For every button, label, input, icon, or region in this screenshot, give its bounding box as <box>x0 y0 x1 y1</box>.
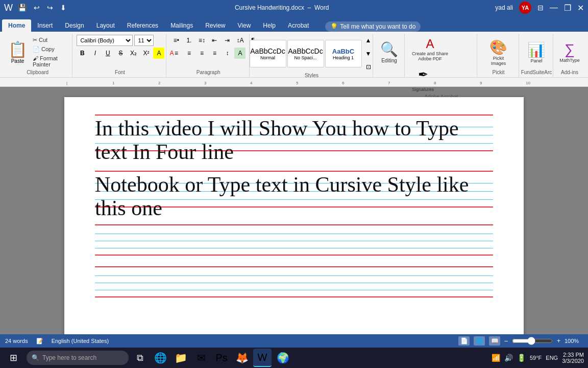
tab-review[interactable]: Review <box>199 19 231 32</box>
chrome-icon[interactable]: 🌍 <box>274 349 292 367</box>
ribbon-tabs: Home Insert Design Layout References Mai… <box>0 15 588 32</box>
align-center-button[interactable]: ≡ <box>183 48 194 59</box>
shading-button[interactable]: A <box>234 48 246 59</box>
font-size-select[interactable]: 11 <box>134 35 154 46</box>
network-icon[interactable]: 📶 <box>492 354 500 362</box>
tab-references[interactable]: References <box>121 19 164 32</box>
numbering-button[interactable]: 1. <box>183 35 194 46</box>
word-taskbar-icon[interactable]: W <box>253 349 272 367</box>
file-explorer-icon[interactable]: 📁 <box>172 349 190 367</box>
panel-button[interactable]: 📊 Panel <box>524 39 549 65</box>
font-label: Font <box>115 70 125 76</box>
align-right-button[interactable]: ≡ <box>196 48 207 59</box>
fundsuite-label: FundSuiteArc <box>521 70 552 76</box>
bold-button[interactable]: B <box>77 48 88 59</box>
empty1-blue-1 <box>95 234 493 234</box>
pickit-group-label: Pickit <box>493 70 505 76</box>
quick-undo-btn[interactable]: ↩ <box>32 3 42 13</box>
text-highlight-button[interactable]: A <box>153 48 164 59</box>
zoom-slider[interactable] <box>512 337 553 345</box>
ruler-mark-3: 3 <box>204 81 206 85</box>
tell-me-input[interactable]: 💡 Tell me what you want to do <box>325 21 421 32</box>
restore-btn[interactable]: ❐ <box>564 3 571 13</box>
tab-insert[interactable]: Insert <box>31 19 59 32</box>
edge-icon[interactable]: 🌐 <box>151 349 169 367</box>
multilevel-button[interactable]: ≡↕ <box>196 35 207 46</box>
language-selector[interactable]: ENG <box>546 355 558 361</box>
decrease-indent-button[interactable]: ⇤ <box>209 35 220 46</box>
volume-icon[interactable]: 🔊 <box>504 354 513 362</box>
create-adobe-label: Create and ShareAdobe PDF <box>412 51 448 61</box>
taskbar-right: 📶 🔊 🔋 59°F ENG 2:33 PM 3/3/2020 <box>492 352 584 364</box>
tab-layout[interactable]: Layout <box>90 19 121 32</box>
styles-scroll-down[interactable]: ▼ <box>363 48 374 59</box>
second-cursive-text[interactable]: Notebook or Type text in Cursive Style l… <box>95 169 493 220</box>
paste-button[interactable]: 📋 Paste <box>6 38 29 66</box>
copy-button[interactable]: 📄 Copy <box>30 45 69 54</box>
align-left-button[interactable]: ≡ <box>170 48 182 59</box>
user-avatar: YA <box>519 2 531 14</box>
tab-view[interactable]: View <box>232 19 257 32</box>
styles-expand[interactable]: ⊡ <box>363 61 374 73</box>
empty2-bottom-red <box>95 296 493 297</box>
style-normal[interactable]: AaBbCcDc Normal <box>250 40 286 67</box>
web-layout-btn[interactable]: 🌐 <box>474 336 485 346</box>
document-area[interactable]: In this video I will Show You how to Typ… <box>0 87 588 334</box>
taskbar-search-box[interactable]: 🔍 Type here to search <box>27 351 129 365</box>
first-cursive-text[interactable]: In this video I will Show You how to Typ… <box>95 112 493 164</box>
tab-home[interactable]: Home <box>2 19 31 32</box>
pickit-icon: 🎨 <box>489 39 507 56</box>
empty2-blue-1 <box>95 275 493 276</box>
battery-icon[interactable]: 🔋 <box>517 354 526 362</box>
style-no-spacing[interactable]: AaBbCcDc No Spaci... <box>287 40 324 67</box>
cut-copy-format-buttons: ✂ Cut 📄 Copy 🖌 Format Painter <box>30 36 69 68</box>
quick-redo-btn[interactable]: ↪ <box>45 3 55 13</box>
styles-scroll-up[interactable]: ▲ <box>363 35 374 46</box>
tab-design[interactable]: Design <box>59 19 90 32</box>
underline-button[interactable]: U <box>102 48 113 59</box>
read-mode-btn[interactable]: 📖 <box>489 336 500 346</box>
style-normal-preview: AaBbCcDc <box>250 47 285 55</box>
tab-mailings[interactable]: Mailings <box>164 19 199 32</box>
clock-date: 3/3/2020 <box>562 358 584 364</box>
line-spacing-button[interactable]: ↕ <box>222 48 233 59</box>
quick-more-btn[interactable]: ⬇ <box>58 3 68 13</box>
strikethrough-button[interactable]: S <box>115 48 126 59</box>
ribbon-display-btn[interactable]: ⊟ <box>537 4 544 12</box>
tab-acrobat[interactable]: Acrobat <box>282 19 315 32</box>
paste-icon: 📋 <box>8 40 27 58</box>
task-view-button[interactable]: ⧉ <box>131 349 149 367</box>
sort-button[interactable]: ↕A <box>234 35 246 46</box>
mathtype-icon: ∑ <box>565 41 575 58</box>
word-logo-icon: W <box>4 3 13 13</box>
editing-label: Editing <box>381 58 397 63</box>
style-heading1[interactable]: AaBbC Heading 1 <box>325 40 362 67</box>
windows-start-button[interactable]: ⊞ <box>4 349 22 367</box>
document-page[interactable]: In this video I will Show You how to Typ… <box>64 97 524 334</box>
create-adobe-button[interactable]: A Create and ShareAdobe PDF <box>409 35 451 63</box>
justify-button[interactable]: ≡ <box>209 48 220 59</box>
title-bar-right: yad ali YA ⊟ — ❐ ✕ <box>495 2 584 14</box>
superscript-button[interactable]: X² <box>140 48 152 59</box>
bullets-button[interactable]: ≡• <box>170 35 182 46</box>
format-painter-button[interactable]: 🖌 Format Painter <box>30 54 69 68</box>
italic-button[interactable]: I <box>89 48 101 59</box>
taskbar-search-placeholder[interactable]: Type here to search <box>42 354 96 361</box>
subscript-button[interactable]: X₂ <box>128 48 139 59</box>
language-indicator[interactable]: English (United States) <box>52 338 109 344</box>
editing-button[interactable]: 🔍 Editing <box>376 39 402 65</box>
mail-icon[interactable]: ✉ <box>192 349 210 367</box>
pickit-images-button[interactable]: 🎨 PickitImages <box>486 37 511 68</box>
cut-button[interactable]: ✂ Cut <box>30 36 69 44</box>
ruler-mark-4: 4 <box>250 81 252 85</box>
firefox-icon[interactable]: 🦊 <box>233 349 251 367</box>
mathtype-button[interactable]: ∑ MathType <box>556 39 583 65</box>
tab-help[interactable]: Help <box>257 19 282 32</box>
increase-indent-button[interactable]: ⇥ <box>222 35 233 46</box>
minimize-btn[interactable]: — <box>550 3 558 12</box>
quick-save-btn[interactable]: 💾 <box>16 3 29 13</box>
font-family-select[interactable]: Calibri (Body) <box>77 35 133 46</box>
photoshop-icon[interactable]: Ps <box>212 349 231 367</box>
close-btn[interactable]: ✕ <box>577 3 584 13</box>
print-layout-btn[interactable]: 📄 <box>458 336 470 346</box>
